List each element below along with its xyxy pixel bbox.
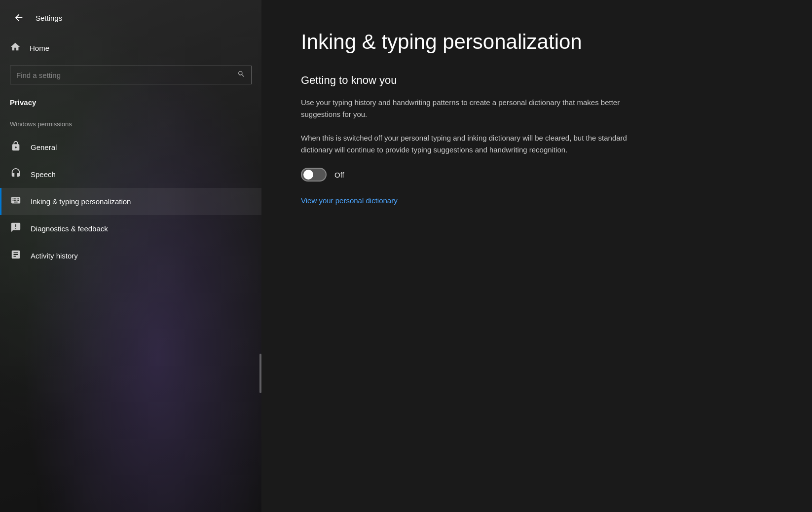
toggle-knob <box>303 170 313 180</box>
toggle-state-label: Off <box>334 171 344 179</box>
description-1: Use your typing history and handwriting … <box>301 97 656 120</box>
home-icon <box>10 41 21 55</box>
view-dictionary-link[interactable]: View your personal dictionary <box>301 196 398 205</box>
search-icon[interactable] <box>237 70 245 80</box>
back-button[interactable] <box>10 9 28 27</box>
activity-icon <box>10 249 22 262</box>
sidebar-item-activity[interactable]: Activity history <box>0 242 261 269</box>
section-heading: Getting to know you <box>301 74 773 87</box>
sidebar-item-speech[interactable]: Speech <box>0 161 261 188</box>
home-label: Home <box>30 44 49 52</box>
windows-permissions-label: Windows permissions <box>0 116 261 134</box>
speech-icon <box>10 168 22 181</box>
inking-label: Inking & typing personalization <box>31 197 131 206</box>
activity-label: Activity history <box>31 252 78 260</box>
keyboard-icon <box>10 195 22 208</box>
general-label: General <box>31 143 57 151</box>
titlebar: Settings <box>0 0 261 36</box>
feedback-icon <box>10 222 22 235</box>
getting-to-know-toggle[interactable] <box>301 168 327 182</box>
diagnostics-label: Diagnostics & feedback <box>31 224 108 233</box>
page-title: Inking & typing personalization <box>301 30 773 54</box>
speech-label: Speech <box>31 170 56 179</box>
search-box[interactable] <box>10 66 252 84</box>
sidebar: Settings Home Privacy Windows permission… <box>0 0 261 512</box>
lock-icon <box>10 141 22 154</box>
main-content: Inking & typing personalization Getting … <box>261 0 812 512</box>
search-input[interactable] <box>16 71 232 79</box>
sidebar-item-inking[interactable]: Inking & typing personalization <box>0 188 261 215</box>
toggle-row: Off <box>301 168 773 182</box>
privacy-section-label: Privacy <box>0 94 261 116</box>
description-2: When this is switched off your personal … <box>301 132 656 156</box>
sidebar-item-general[interactable]: General <box>0 134 261 161</box>
home-nav-item[interactable]: Home <box>0 36 261 61</box>
scrollbar[interactable] <box>259 354 261 393</box>
app-title: Settings <box>36 14 62 22</box>
sidebar-item-diagnostics[interactable]: Diagnostics & feedback <box>0 215 261 242</box>
sidebar-content: Settings Home Privacy Windows permission… <box>0 0 261 512</box>
